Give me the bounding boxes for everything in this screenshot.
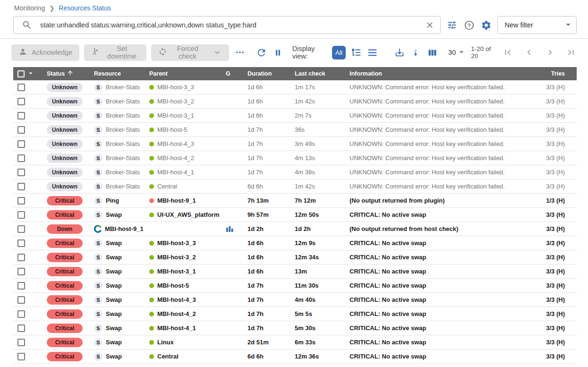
table-row[interactable]: DownMBI-host-9_11d 2h1d 2h(No output ret… xyxy=(13,222,577,236)
row-checkbox[interactable] xyxy=(17,268,25,275)
service-icon: S xyxy=(94,97,102,106)
parent-status-dot xyxy=(149,99,154,104)
table-row[interactable]: CriticalSSwapMBI-host-4_31d 7h4m 40sCRIT… xyxy=(13,293,577,307)
table-row[interactable]: CriticalSSwapMBI-host-3_21d 6h12m 34sCRI… xyxy=(13,250,577,265)
duration-value: 1d 2h xyxy=(247,225,295,232)
status-badge: Critical xyxy=(47,309,83,319)
select-options-chevron-icon[interactable] xyxy=(26,69,35,79)
column-header-information[interactable]: Information xyxy=(349,70,531,77)
sort-order-icon[interactable] xyxy=(410,46,422,59)
first-page-icon[interactable] xyxy=(503,46,513,59)
saved-filter-select[interactable]: New filter xyxy=(497,16,577,34)
last-page-icon[interactable] xyxy=(566,46,577,59)
table-row[interactable]: CriticalSSwapLinux2d 51m6m 33sCRITICAL: … xyxy=(13,335,577,350)
table-row[interactable]: CriticalSPingMBI-host-9_17h 13m7h 12m(No… xyxy=(13,194,577,208)
set-downtime-button[interactable]: Set downtime xyxy=(84,44,146,61)
resource-name: Swap xyxy=(106,268,122,275)
breadcrumb-section[interactable]: Monitoring xyxy=(14,4,45,12)
row-checkbox[interactable] xyxy=(17,183,25,190)
table-row[interactable]: UnknownSBroker-StatsMBI-host-51d 7h36sUN… xyxy=(13,123,577,137)
more-actions-icon[interactable] xyxy=(234,46,246,59)
duration-value: 1d 7h xyxy=(247,169,295,176)
forced-check-button[interactable]: Forced check xyxy=(151,44,229,61)
tries-value: 3/3 (H) xyxy=(531,98,577,105)
duration-value: 1d 6h xyxy=(247,84,295,91)
columns-icon[interactable] xyxy=(426,46,438,59)
table-row[interactable]: UnknownSBroker-StatsMBI-host-3_21d 6h1m … xyxy=(13,94,577,109)
row-checkbox[interactable] xyxy=(17,112,25,119)
select-all-checkbox[interactable] xyxy=(17,70,25,77)
row-checkbox[interactable] xyxy=(17,225,25,233)
column-header-duration[interactable]: Duration xyxy=(247,70,295,77)
parent-status-dot xyxy=(149,241,154,246)
row-checkbox[interactable] xyxy=(17,296,25,304)
tries-value: 3/3 (H) xyxy=(531,310,577,317)
row-checkbox[interactable] xyxy=(17,254,25,261)
service-icon: S xyxy=(94,253,102,262)
status-badge: Critical xyxy=(47,295,83,305)
table-row[interactable]: CriticalSSwapMBI-host-3_11d 6h13mCRITICA… xyxy=(13,265,577,279)
tune-filters-icon[interactable] xyxy=(446,18,458,32)
column-header-last-check[interactable]: Last check xyxy=(295,70,349,77)
export-download-icon[interactable] xyxy=(394,46,406,59)
tries-value: 3/3 (H) xyxy=(531,140,577,147)
row-checkbox[interactable] xyxy=(17,126,25,134)
table-row[interactable]: UnknownSBroker-StatsCentral6d 6h1m 42sUN… xyxy=(13,179,577,194)
table-row[interactable]: UnknownSBroker-StatsMBI-host-4_11d 7h4m … xyxy=(13,165,577,179)
view-all-button[interactable]: All xyxy=(332,46,346,60)
table-row[interactable]: UnknownSBroker-StatsMBI-host-4_21d 7h4m … xyxy=(13,151,577,165)
duration-value: 7h 13m xyxy=(247,197,295,204)
resource-name: Broker-Stats xyxy=(106,183,140,190)
row-checkbox[interactable] xyxy=(17,310,25,318)
refresh-icon[interactable] xyxy=(256,46,268,59)
information-value: CRITICAL: No active swap xyxy=(349,268,531,275)
row-checkbox[interactable] xyxy=(17,169,25,176)
list-view-icon[interactable] xyxy=(367,46,379,59)
tree-view-icon[interactable] xyxy=(350,46,362,59)
search-input[interactable] xyxy=(40,21,423,29)
parent-status-dot xyxy=(149,142,154,146)
column-header-resource[interactable]: Resource xyxy=(94,70,149,77)
column-header-tries[interactable]: Tries xyxy=(531,70,577,77)
parent-name: MBI-host-4_2 xyxy=(157,310,196,317)
chevron-down-icon[interactable] xyxy=(213,48,222,57)
graph-icon[interactable] xyxy=(226,225,234,232)
breadcrumb-page[interactable]: Resources Status xyxy=(59,4,111,12)
search-box[interactable] xyxy=(13,16,441,34)
row-checkbox[interactable] xyxy=(17,211,25,219)
settings-gear-icon[interactable] xyxy=(480,18,492,32)
table-row[interactable]: UnknownSBroker-StatsMBI-host-4_31d 7h3m … xyxy=(13,137,577,151)
column-header-parent[interactable]: Parent xyxy=(149,70,226,77)
table-row[interactable]: UnknownSBroker-StatsMBI-host-3_31d 6h1m … xyxy=(13,80,577,94)
column-header-graph[interactable]: G xyxy=(226,70,247,77)
clear-search-icon[interactable] xyxy=(423,18,436,32)
row-checkbox[interactable] xyxy=(17,154,25,162)
row-checkbox[interactable] xyxy=(17,84,25,91)
row-checkbox[interactable] xyxy=(17,239,25,247)
row-checkbox[interactable] xyxy=(17,339,25,346)
column-header-status[interactable]: Status xyxy=(47,69,94,78)
table-row[interactable]: CriticalSSwapMBI-host-4_11d 7h5m 30sCRIT… xyxy=(13,321,577,335)
duration-value: 1d 7h xyxy=(247,324,295,332)
row-checkbox[interactable] xyxy=(17,98,25,105)
row-checkbox[interactable] xyxy=(17,197,25,205)
last-check-value: 6m 33s xyxy=(295,339,349,346)
table-row[interactable]: CriticalSSwapMBI-host-3_31d 6h12m 9sCRIT… xyxy=(13,236,577,250)
table-row[interactable]: CriticalSSwapCentral6d 6h12m 36sCRITICAL… xyxy=(13,350,577,364)
rows-per-page-select[interactable]: 30 xyxy=(448,47,466,58)
information-value: UNKNOWN: Command error: Host key verific… xyxy=(349,112,531,119)
table-row[interactable]: UnknownSBroker-StatsMBI-host-3_11d 6h2m … xyxy=(13,109,577,123)
table-row[interactable]: CriticalSSwapMBI-host-51d 7h11m 30sCRITI… xyxy=(13,279,577,293)
table-row[interactable]: CriticalSSwapUI-UX_AWS_platform9h 57m12m… xyxy=(13,208,577,222)
row-checkbox[interactable] xyxy=(17,282,25,290)
host-icon xyxy=(94,225,102,233)
row-checkbox[interactable] xyxy=(17,353,25,360)
row-checkbox[interactable] xyxy=(17,324,25,332)
pause-icon[interactable] xyxy=(272,46,284,59)
help-icon[interactable]: ? xyxy=(463,18,475,32)
previous-page-icon[interactable] xyxy=(523,46,534,59)
row-checkbox[interactable] xyxy=(17,140,25,148)
next-page-icon[interactable] xyxy=(545,46,555,59)
acknowledge-button[interactable]: Acknowledge xyxy=(11,44,79,61)
table-row[interactable]: CriticalSSwapMBI-host-4_21d 7h5m 5sCRITI… xyxy=(13,307,577,321)
